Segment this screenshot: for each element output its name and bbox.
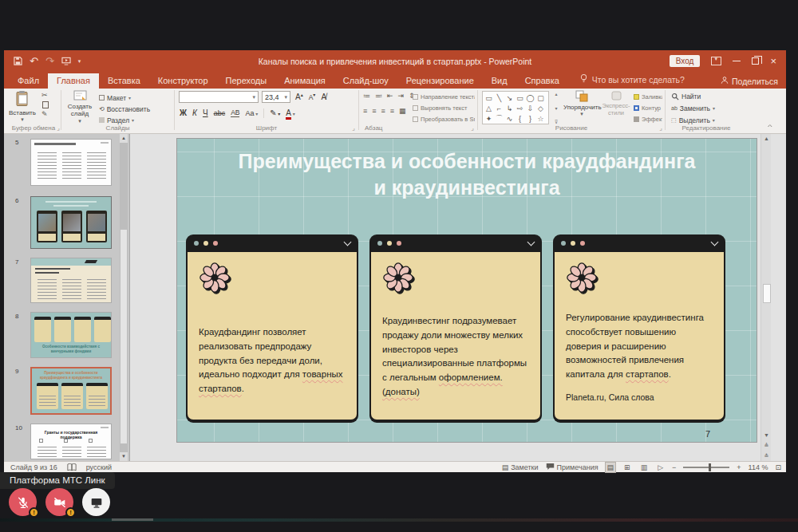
thumbnail-slide-9-selected[interactable]: Преимущества и особенности краудфандинга… — [30, 367, 112, 415]
spell-check-icon[interactable] — [67, 463, 77, 473]
arc-shape-icon[interactable]: ⌒ — [494, 113, 504, 124]
columns-icon[interactable]: ▦ — [399, 108, 406, 115]
justify-icon[interactable]: ≡ — [390, 108, 394, 115]
shape-effects-button[interactable]: Эффекты фигуры — [634, 114, 662, 124]
format-painter-icon[interactable]: ✎ — [41, 111, 49, 118]
reading-view-icon[interactable]: ▥ — [639, 463, 650, 472]
shapes-gallery[interactable]: ▭╲↘▭◯▢△⌐↳⇨⇩◇✦⌒∿{}☆ — [482, 91, 549, 124]
align-left-icon[interactable]: ≡ — [363, 108, 367, 115]
left-brace-shape-icon[interactable]: { — [515, 113, 525, 124]
tab-Слайд-шоу[interactable]: Слайд-шоу — [334, 73, 397, 89]
tab-Рецензирование[interactable]: Рецензирование — [397, 73, 483, 89]
tab-Справка[interactable]: Справка — [516, 73, 568, 89]
restore-button[interactable] — [752, 57, 759, 65]
editor-scrollbar[interactable]: ▲ ▼ ≜ ≛ — [760, 134, 771, 461]
tab-Главная[interactable]: Главная — [48, 73, 99, 89]
copy-icon[interactable] — [42, 101, 49, 108]
replace-button[interactable]: abЗаменить▾ — [671, 103, 715, 113]
elbow-connector-shape-icon[interactable]: ⌐ — [494, 103, 504, 113]
comments-toggle[interactable]: Примечания — [546, 463, 598, 472]
font-color-button[interactable]: А ▾ — [286, 109, 294, 117]
login-button[interactable]: Вход — [670, 55, 701, 67]
tab-Вставка[interactable]: Вставка — [99, 73, 149, 89]
shapes-scroll-down-icon[interactable]: ▾ — [555, 105, 557, 111]
camera-off-button[interactable]: ! — [45, 488, 73, 516]
start-slideshow-icon[interactable] — [61, 54, 71, 69]
card-crowdfunding[interactable]: Краудфандинг позволяет реализовать предп… — [186, 234, 358, 421]
tab-Файл[interactable]: Файл — [9, 73, 48, 89]
previous-slide-icon[interactable]: ≜ — [761, 441, 772, 451]
paste-button[interactable]: Вставить ▾ — [8, 90, 37, 123]
thumbnail-slide-8[interactable]: Особенности взаимодействия с венчурными … — [30, 312, 112, 358]
scroll-up-icon[interactable]: ▲ — [761, 134, 772, 144]
rounded-rectangle-shape-icon[interactable]: ▢ — [535, 93, 546, 103]
tab-Вид[interactable]: Вид — [483, 73, 516, 89]
highlight-color-icon[interactable]: ✎ ▾ — [270, 109, 280, 117]
grow-font-icon[interactable]: А▴ — [295, 93, 303, 101]
tab-Анимация[interactable]: Анимация — [275, 73, 334, 89]
strikethrough-button[interactable]: abc — [214, 110, 226, 117]
change-case-button[interactable]: Аа ▾ — [245, 110, 258, 117]
numbering-icon[interactable]: ≕ — [375, 93, 382, 100]
arrow-shape-icon[interactable]: ↘ — [504, 93, 515, 103]
text-box-shape-icon[interactable]: ▭ — [484, 93, 494, 103]
thumbnail-slide-6[interactable] — [30, 196, 112, 249]
slide-title[interactable]: Преимущества и особенности краудфандинга… — [177, 148, 757, 200]
layout-button[interactable]: Макет▾ — [99, 93, 150, 103]
align-right-icon[interactable]: ≡ — [381, 108, 385, 115]
paragraph-dialog-launcher[interactable]: ⌟ — [471, 125, 474, 132]
freeform-shape-icon[interactable]: ✦ — [484, 113, 494, 124]
slide-sorter-view-icon[interactable]: ⊞ — [622, 463, 632, 472]
thumbnail-scrollbar-thumb[interactable] — [120, 230, 127, 443]
shape-outline-button[interactable]: Контур фигуры — [634, 103, 662, 113]
screen-share-button[interactable] — [82, 488, 110, 516]
align-center-icon[interactable]: ≡ — [372, 108, 376, 115]
thumbnail-scroll-up-icon[interactable]: ▲ — [120, 134, 128, 143]
shapes-scroll-up-icon[interactable]: ▴ — [555, 91, 557, 97]
shapes-more-icon[interactable]: ⊽ — [555, 119, 558, 124]
italic-button[interactable]: К — [192, 109, 197, 117]
tell-me-box[interactable]: Что вы хотите сделать? — [579, 73, 685, 89]
font-name-combo[interactable]: ▾ — [179, 91, 259, 103]
language-indicator[interactable]: русский — [86, 463, 112, 471]
card-crowdinvesting[interactable]: Краудинвестинг подразумевает продажу дол… — [369, 234, 542, 421]
customize-qat-icon[interactable]: ▾ — [78, 58, 81, 64]
ribbon-display-options-icon[interactable] — [711, 57, 721, 65]
close-button[interactable]: × — [770, 56, 776, 66]
callout-shape-icon[interactable]: ◇ — [535, 103, 546, 113]
thumbnail-slide-7[interactable] — [30, 258, 112, 303]
tab-Конструктор[interactable]: Конструктор — [149, 73, 217, 89]
convert-smartart-button[interactable]: Преобразовать в SmartArt — [413, 114, 475, 124]
bullets-icon[interactable]: ≔ — [363, 93, 370, 100]
microphone-muted-button[interactable]: ! — [9, 488, 37, 516]
save-icon[interactable] — [14, 54, 22, 69]
star-shape-icon[interactable]: ☆ — [535, 113, 546, 124]
align-text-button[interactable]: Выровнять текст — [413, 103, 475, 113]
right-arrow-shape-icon[interactable]: ⇨ — [515, 103, 525, 113]
find-button[interactable]: Найти — [671, 91, 715, 101]
tab-Переходы[interactable]: Переходы — [217, 73, 276, 89]
scroll-down-icon[interactable]: ▼ — [761, 431, 772, 440]
rectangle-shape-icon[interactable]: ▭ — [515, 93, 525, 103]
editor-scrollbar-thumb[interactable] — [763, 284, 771, 303]
zoom-slider-thumb[interactable] — [709, 463, 711, 471]
new-slide-button[interactable]: Создать слайд ▾ — [65, 90, 94, 124]
reset-button[interactable]: ⟲Восстановить — [99, 104, 150, 114]
zoom-slider[interactable] — [683, 467, 729, 468]
drawing-dialog-launcher[interactable]: ⌟ — [659, 125, 662, 132]
new-slide-dropdown-arrow[interactable]: ▾ — [65, 118, 94, 124]
next-slide-icon[interactable]: ≛ — [761, 451, 772, 461]
font-size-combo[interactable]: 23,4▾ — [262, 91, 290, 103]
underline-button[interactable]: Ч — [203, 109, 208, 117]
decrease-indent-icon[interactable]: ⇤ — [387, 93, 393, 100]
cut-icon[interactable]: ✂ — [41, 92, 49, 99]
notes-toggle[interactable]: ▤Заметки — [502, 463, 539, 471]
paste-dropdown-arrow[interactable]: ▾ — [8, 116, 37, 123]
undo-icon[interactable]: ↶ — [30, 56, 38, 66]
shape-fill-button[interactable]: Заливка фигуры — [634, 92, 662, 102]
fit-to-window-icon[interactable]: ⊡ — [775, 463, 781, 471]
thumbnail-scroll-down-icon[interactable]: ▼ — [120, 452, 128, 461]
elbow-arrow-shape-icon[interactable]: ↳ — [504, 103, 515, 113]
curve-shape-icon[interactable]: ∿ — [504, 113, 515, 124]
character-spacing-button[interactable]: АВ — [231, 109, 239, 117]
